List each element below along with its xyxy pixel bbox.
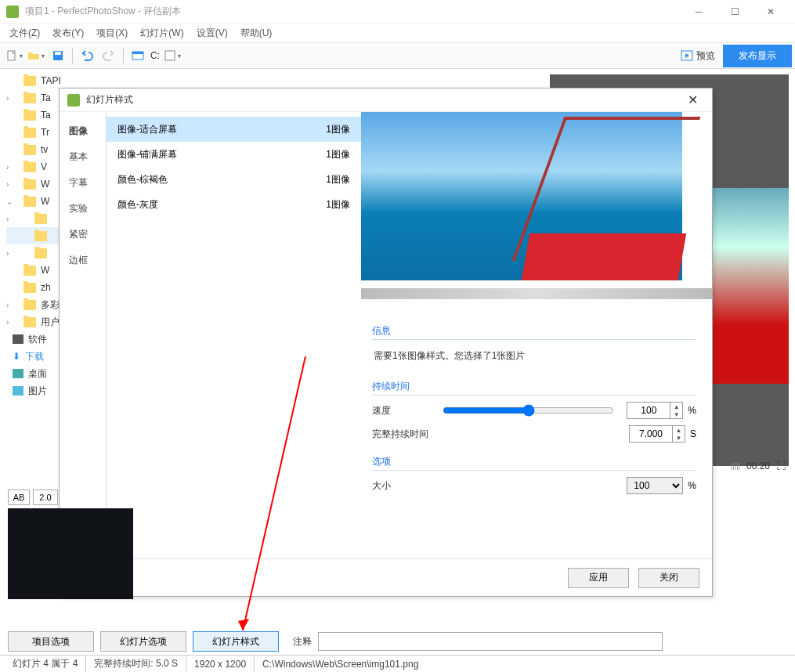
speed-spinner[interactable]: ▲▼	[670, 402, 683, 419]
preview-label: 预览	[696, 49, 715, 63]
tree-label: 用户	[41, 316, 60, 329]
close-dialog-button[interactable]: 关闭	[638, 568, 699, 588]
tree-label: tv	[41, 144, 48, 155]
sidebar-tab-compact[interactable]: 紧密	[60, 222, 106, 247]
apply-button[interactable]: 应用	[568, 568, 629, 588]
sidebar-tab-experiment[interactable]: 实验	[60, 196, 106, 222]
full-duration-unit: S	[690, 428, 696, 439]
style-row[interactable]: 图像-铺满屏幕1图像	[107, 142, 361, 167]
new-button[interactable]: ▾	[5, 46, 23, 65]
menu-bar: 文件(Z) 发布(Y) 项目(X) 幻灯片(W) 设置(V) 帮助(U)	[0, 23, 795, 42]
drive-letter[interactable]: C:	[150, 46, 160, 65]
tree-label: 软件	[28, 333, 47, 346]
preview-scrubber[interactable]	[361, 288, 712, 299]
svg-rect-5	[165, 51, 175, 60]
speed-label: 速度	[372, 404, 443, 417]
undo-button[interactable]	[78, 46, 96, 65]
style-row[interactable]: 颜色-灰度1图像	[107, 192, 361, 217]
menu-settings[interactable]: 设置(V)	[190, 25, 234, 42]
dialog-icon	[67, 94, 80, 107]
slide-style-button[interactable]: 幻灯片样式	[193, 631, 279, 652]
time-label: 00:20	[746, 461, 770, 471]
preview-button[interactable]: 预览	[673, 46, 723, 66]
ab-button[interactable]: AB	[8, 490, 30, 505]
menu-slide[interactable]: 幻灯片(W)	[134, 25, 190, 42]
explorer-button[interactable]	[128, 46, 147, 65]
style-name: 颜色-灰度	[117, 198, 326, 211]
zoom-level[interactable]: 2.0	[33, 490, 58, 505]
dialog-title: 幻灯片样式	[86, 93, 681, 107]
speed-slider[interactable]	[443, 404, 614, 417]
info-header: 信息	[372, 320, 696, 339]
menu-help[interactable]: 帮助(U)	[234, 25, 279, 42]
bottom-button-bar: 项目选项 幻灯片选项 幻灯片样式 注释	[8, 631, 663, 652]
full-duration-input[interactable]	[629, 425, 673, 443]
menu-publish[interactable]: 发布(Y)	[46, 25, 90, 42]
style-row[interactable]: 颜色-棕褐色1图像	[107, 167, 361, 192]
tree-label: W	[41, 179, 49, 190]
title-bar: 项目1 - PerfectPhotoShow - 评估副本 ─ ☐ ✕	[0, 0, 795, 23]
status-slide: 幻灯片 4 属于 4	[5, 656, 86, 672]
close-button[interactable]: ✕	[753, 0, 789, 23]
style-name: 图像-适合屏幕	[117, 123, 326, 136]
view-button[interactable]: ▾	[163, 46, 182, 65]
tree-label: V	[41, 161, 47, 172]
tree-label: Ta	[41, 110, 51, 121]
style-preview-image	[361, 112, 682, 280]
menu-file[interactable]: 文件(Z)	[3, 25, 46, 42]
slide-style-dialog: 幻灯片样式 ✕ 图像 基本 字幕 实验 紧密 边框 图像-适合屏幕1图像 图像-…	[59, 88, 713, 597]
window-title: 项目1 - PerfectPhotoShow - 评估副本	[25, 5, 681, 18]
status-bar: 幻灯片 4 属于 4 完整持续时间: 5.0 S 1920 x 1200 C:\…	[0, 655, 795, 672]
sidebar-tab-caption[interactable]: 字幕	[60, 170, 106, 196]
size-select[interactable]: 100	[627, 477, 683, 494]
status-resolution: 1920 x 1200	[186, 656, 255, 672]
tree-label: 下载	[25, 350, 44, 363]
options-header: 选项	[372, 450, 696, 470]
tree-label: W	[41, 265, 49, 276]
tree-label: Tr	[41, 127, 49, 138]
note-label: 注释	[293, 635, 312, 649]
fullscreen-icon[interactable]: ⛶	[776, 461, 786, 471]
svg-rect-2	[55, 52, 61, 55]
duration-header: 持续时间	[372, 375, 696, 395]
sidebar-tab-basic[interactable]: 基本	[60, 144, 106, 170]
svg-marker-8	[238, 619, 249, 630]
tree-label: TAPI	[41, 75, 61, 86]
style-list[interactable]: 图像-适合屏幕1图像 图像-铺满屏幕1图像 颜色-棕褐色1图像 颜色-灰度1图像	[107, 112, 361, 558]
menu-project[interactable]: 项目(X)	[90, 25, 134, 42]
full-duration-label: 完整持续时间	[372, 428, 443, 441]
sidebar-tab-border[interactable]: 边框	[60, 247, 106, 273]
dialog-close-button[interactable]: ✕	[681, 89, 704, 110]
size-label: 大小	[372, 479, 443, 493]
slide-options-button[interactable]: 幻灯片选项	[100, 631, 186, 652]
style-name: 颜色-棕褐色	[117, 173, 326, 186]
full-duration-spinner[interactable]: ▲▼	[673, 425, 685, 443]
minimize-button[interactable]: ─	[681, 0, 717, 23]
status-duration: 完整持续时间: 5.0 S	[86, 656, 186, 672]
tree-label: zh	[41, 282, 51, 293]
style-name: 图像-铺满屏幕	[117, 148, 326, 161]
save-button[interactable]	[49, 46, 67, 65]
speed-input[interactable]	[627, 402, 670, 419]
redo-button[interactable]	[99, 46, 118, 65]
tree-label: 桌面	[28, 367, 47, 381]
slide-thumbnail[interactable]	[8, 508, 133, 599]
style-count: 1图像	[326, 198, 350, 211]
svg-rect-0	[8, 51, 15, 60]
project-options-button[interactable]: 项目选项	[8, 631, 94, 652]
tree-label: 多彩	[41, 298, 60, 312]
play-icon	[681, 49, 693, 62]
note-input[interactable]	[318, 632, 663, 651]
maximize-button[interactable]: ☐	[717, 0, 753, 23]
style-count: 1图像	[326, 173, 350, 186]
open-button[interactable]: ▾	[27, 46, 45, 65]
style-count: 1图像	[326, 148, 350, 161]
toolbar: ▾ ▾ C: ▾ 预览 发布显示	[0, 42, 795, 69]
dialog-titlebar[interactable]: 幻灯片样式 ✕	[60, 89, 712, 112]
app-icon	[6, 5, 19, 18]
thumbnail-area: AB 2.0	[8, 490, 133, 599]
style-row[interactable]: 图像-适合屏幕1图像	[107, 117, 361, 142]
svg-rect-4	[132, 52, 143, 54]
sidebar-tab-image[interactable]: 图像	[60, 118, 106, 144]
publish-button[interactable]: 发布显示	[723, 45, 792, 67]
